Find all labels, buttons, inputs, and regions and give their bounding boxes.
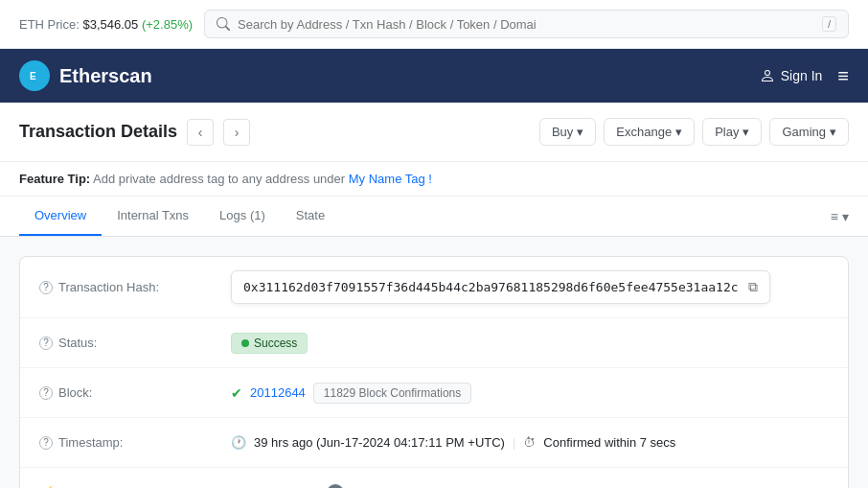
tab-state[interactable]: State xyxy=(281,197,340,236)
tab-internal-txns[interactable]: Internal Txns xyxy=(102,197,204,236)
block-number-link[interactable]: 20112644 xyxy=(250,385,306,400)
svg-text:E: E xyxy=(30,71,36,81)
search-icon xyxy=(217,17,230,31)
pipe-divider: | xyxy=(513,435,515,450)
timestamp-row: ? Timestamp: 🕐 39 hrs ago (Jun-17-2024 0… xyxy=(20,418,848,468)
buy-label: Buy xyxy=(552,125,573,139)
status-badge: Success xyxy=(231,333,308,354)
confirmations-badge: 11829 Block Confirmations xyxy=(313,383,471,404)
timestamp-text: 39 hrs ago (Jun-17-2024 04:17:11 PM +UTC… xyxy=(254,435,505,450)
action-row: ⚡ Transaction Action: ▸ Transfer 207 ICE… xyxy=(20,468,848,488)
play-label: Play xyxy=(715,125,739,139)
hash-row: ? Transaction Hash: 0x311162d03f7091557f… xyxy=(20,257,848,318)
page-title: Transaction Details xyxy=(19,122,177,142)
user-icon xyxy=(760,68,775,83)
hamburger-menu[interactable]: ≡ xyxy=(837,65,849,87)
chevron-down-icon: ▾ xyxy=(842,209,849,224)
clock-icon: 🕐 xyxy=(231,435,246,450)
buy-button[interactable]: Buy ▾ xyxy=(539,118,596,146)
gaming-button[interactable]: Gaming ▾ xyxy=(769,118,849,146)
status-text: Success xyxy=(254,337,297,350)
status-info-icon[interactable]: ? xyxy=(39,337,53,350)
hash-box: 0x311162d03f7091557f36d445b44c2ba9768118… xyxy=(231,270,770,304)
exchange-button[interactable]: Exchange ▾ xyxy=(604,118,695,146)
sign-in-button[interactable]: Sign In xyxy=(760,68,823,83)
page-title-area: Transaction Details ‹ › xyxy=(19,119,250,146)
timestamp-info-icon[interactable]: ? xyxy=(39,436,53,450)
brand-logo: E xyxy=(19,60,50,91)
play-button[interactable]: Play ▾ xyxy=(702,118,762,146)
action-value: ▸ Transfer 207 ICE To Null: 0x00...dEaD xyxy=(231,484,829,488)
tabs-container: Overview Internal Txns Logs (1) State ≡ … xyxy=(0,197,868,237)
block-check-icon: ✔ xyxy=(231,385,242,401)
search-input[interactable] xyxy=(238,17,814,32)
tabs: Overview Internal Txns Logs (1) State xyxy=(19,197,340,236)
transaction-detail-card: ? Transaction Hash: 0x311162d03f7091557f… xyxy=(19,256,849,488)
feature-tip-text: Add private address tag to any address u… xyxy=(93,172,349,186)
token-icon xyxy=(327,484,344,488)
block-label: ? Block: xyxy=(39,385,231,400)
list-icon: ≡ xyxy=(831,209,838,224)
hash-label: ? Transaction Hash: xyxy=(39,280,231,294)
topbar: ETH Price: $3,546.05 (+2.85%) / xyxy=(0,0,868,49)
search-bar[interactable]: / xyxy=(204,10,849,38)
hash-label-text: Transaction Hash: xyxy=(58,280,159,294)
status-label: ? Status: xyxy=(39,336,231,350)
status-value: Success xyxy=(231,333,829,354)
prev-nav-button[interactable]: ‹ xyxy=(187,119,214,146)
status-dot xyxy=(241,339,249,347)
feature-tip: Feature Tip: Add private address tag to … xyxy=(0,162,868,197)
gaming-label: Gaming xyxy=(782,125,826,139)
block-value: ✔ 20112644 11829 Block Confirmations xyxy=(231,383,829,404)
exchange-chevron-icon: ▾ xyxy=(675,125,682,139)
copy-hash-icon[interactable]: ⧉ xyxy=(748,279,758,295)
eth-price-area: ETH Price: $3,546.05 (+2.85%) xyxy=(19,17,193,32)
search-slash: / xyxy=(822,16,836,32)
block-info-icon[interactable]: ? xyxy=(39,386,53,400)
exchange-label: Exchange xyxy=(616,125,672,139)
gaming-chevron-icon: ▾ xyxy=(830,125,836,139)
hash-info-icon[interactable]: ? xyxy=(39,281,53,294)
eth-price-value: $3,546.05 xyxy=(82,17,138,32)
status-row: ? Status: Success xyxy=(20,318,848,368)
tab-overview[interactable]: Overview xyxy=(19,197,102,236)
tabs-view-toggle[interactable]: ≡ ▾ xyxy=(831,209,849,224)
play-chevron-icon: ▾ xyxy=(742,125,749,139)
timestamp-value: 🕐 39 hrs ago (Jun-17-2024 04:17:11 PM +U… xyxy=(231,435,829,450)
confirm-text: Confirmed within 7 secs xyxy=(543,435,675,450)
main-content: ? Transaction Hash: 0x311162d03f7091557f… xyxy=(0,237,868,488)
buy-chevron-icon: ▾ xyxy=(577,125,583,139)
my-name-tag-link[interactable]: My Name Tag ! xyxy=(349,172,432,186)
timestamp-label: ? Timestamp: xyxy=(39,435,231,450)
eth-label: ETH Price: xyxy=(19,17,80,32)
page-header: Transaction Details ‹ › Buy ▾ Exchange ▾… xyxy=(0,103,868,162)
status-label-text: Status: xyxy=(58,336,97,350)
header-buttons: Buy ▾ Exchange ▾ Play ▾ Gaming ▾ xyxy=(539,118,849,146)
sign-in-label: Sign In xyxy=(781,68,823,83)
tab-logs[interactable]: Logs (1) xyxy=(204,197,281,236)
feature-tip-prefix: Feature Tip: xyxy=(19,172,90,186)
hash-value: 0x311162d03f7091557f36d445b44c2ba9768118… xyxy=(231,270,829,304)
brand: E Etherscan xyxy=(19,60,152,91)
hash-text: 0x311162d03f7091557f36d445b44c2ba9768118… xyxy=(243,280,739,294)
block-row: ? Block: ✔ 20112644 11829 Block Confirma… xyxy=(20,368,848,418)
navbar-right: Sign In ≡ xyxy=(760,65,849,87)
confirm-clock-icon: ⏱ xyxy=(523,435,536,450)
brand-name: Etherscan xyxy=(59,65,152,87)
timestamp-label-text: Timestamp: xyxy=(58,435,123,450)
navbar: E Etherscan Sign In ≡ xyxy=(0,49,868,103)
eth-change: (+2.85%) xyxy=(142,17,193,32)
block-label-text: Block: xyxy=(58,385,92,400)
next-nav-button[interactable]: › xyxy=(223,119,250,146)
